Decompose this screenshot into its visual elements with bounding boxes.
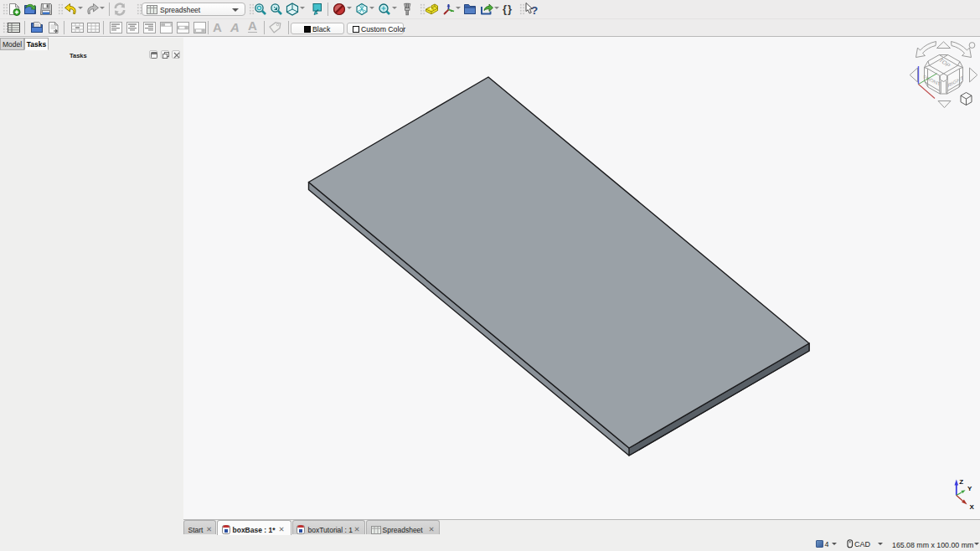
svg-text:Y: Y: [967, 485, 972, 492]
svg-text:?: ?: [531, 4, 538, 17]
svg-text:X: X: [970, 503, 975, 511]
svg-text:Z: Z: [959, 478, 963, 486]
